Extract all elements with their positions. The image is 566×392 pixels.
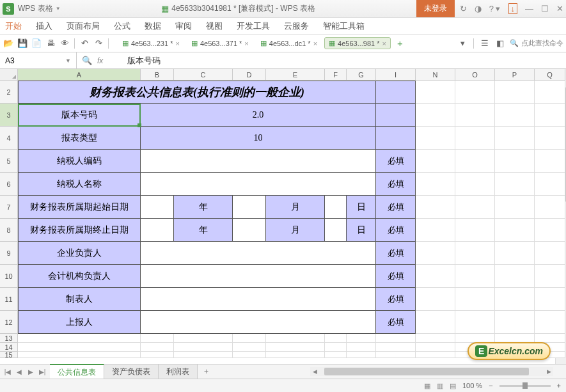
cell[interactable] (535, 173, 565, 196)
close-icon[interactable]: × (244, 40, 248, 47)
cell[interactable] (495, 334, 535, 343)
cell[interactable] (495, 219, 535, 242)
close-icon[interactable]: × (175, 40, 179, 47)
cell[interactable] (233, 219, 266, 242)
cell[interactable] (535, 265, 565, 288)
view-normal-icon[interactable]: ▦ (424, 382, 430, 390)
row-header[interactable]: 11 (0, 288, 18, 311)
cell[interactable] (535, 242, 565, 265)
cell[interactable] (376, 343, 416, 352)
column-header[interactable]: N (416, 69, 455, 81)
cell[interactable] (416, 127, 455, 150)
cell[interactable] (535, 127, 565, 150)
cell[interactable] (347, 334, 376, 343)
cell[interactable] (174, 343, 233, 352)
cell[interactable] (141, 242, 376, 265)
save-icon[interactable]: 💾 (17, 38, 28, 49)
doc-tab-4[interactable]: ▦4e563...981 *× (324, 37, 391, 49)
cell[interactable] (141, 173, 376, 196)
minimize-button[interactable]: — (525, 4, 533, 13)
horizontal-scrollbar[interactable]: ◀ ▶ (310, 367, 553, 376)
sync-icon[interactable]: ↻ (460, 4, 467, 13)
menu-page-layout[interactable]: 页面布局 (67, 20, 100, 32)
cell[interactable] (325, 343, 347, 352)
next-sheet-button[interactable]: ▶ (26, 368, 36, 375)
row-header[interactable]: 6 (0, 173, 18, 196)
cell[interactable] (416, 288, 455, 311)
add-sheet-button[interactable]: + (198, 367, 215, 376)
cell[interactable] (455, 311, 495, 334)
cell[interactable] (495, 265, 535, 288)
cell[interactable]: 日 (347, 196, 376, 219)
row-header[interactable]: 3 (0, 104, 18, 127)
cell[interactable] (416, 311, 455, 334)
scroll-thumb[interactable] (324, 368, 529, 375)
cell[interactable] (233, 343, 266, 352)
cell[interactable] (455, 265, 495, 288)
cell[interactable] (455, 150, 495, 173)
cell[interactable]: 日 (347, 219, 376, 242)
column-header[interactable]: B (141, 69, 174, 81)
cell[interactable]: 财务报表所属期起始日期 (18, 196, 141, 219)
column-header[interactable]: G (347, 69, 376, 81)
cell[interactable] (376, 334, 416, 343)
cell[interactable]: 必填 (376, 196, 416, 219)
doc-tab-2[interactable]: ▦4e563...371 *× (187, 37, 253, 49)
formula-value[interactable]: 版本号码 (127, 55, 161, 67)
sheet-tab-profit[interactable]: 利润表 (159, 365, 198, 379)
close-icon[interactable]: × (313, 40, 317, 47)
menu-review[interactable]: 审阅 (175, 20, 192, 32)
cell[interactable] (325, 219, 347, 242)
cell[interactable] (495, 242, 535, 265)
menu-insert[interactable]: 插入 (36, 20, 52, 32)
scroll-left-icon[interactable]: ◀ (310, 368, 319, 375)
cell[interactable] (347, 343, 376, 352)
cell[interactable] (141, 196, 174, 219)
select-all-corner[interactable] (0, 69, 18, 81)
cell[interactable]: 年 (174, 196, 233, 219)
cell[interactable] (376, 104, 416, 127)
row-header[interactable]: 4 (0, 127, 18, 150)
cell[interactable] (535, 334, 565, 343)
cell[interactable] (535, 311, 565, 334)
cell[interactable]: 2.0 (141, 104, 376, 127)
cell[interactable] (141, 352, 174, 358)
search-icon[interactable]: 🔍 (82, 56, 92, 65)
cell[interactable] (325, 352, 347, 358)
row-header[interactable]: 8 (0, 219, 18, 242)
cell[interactable] (416, 219, 455, 242)
cell[interactable] (495, 173, 535, 196)
cell[interactable] (495, 311, 535, 334)
help-icon[interactable]: ? ▾ (489, 4, 501, 13)
cell[interactable] (141, 265, 376, 288)
cell[interactable] (495, 81, 535, 104)
undo-icon[interactable]: ↶ (79, 38, 90, 49)
cell[interactable] (233, 196, 266, 219)
cell[interactable]: 财务报表公共信息表(执行准则的一般企业) (18, 81, 376, 104)
cell[interactable]: 必填 (376, 288, 416, 311)
column-header[interactable]: A (18, 69, 141, 81)
zoom-in-button[interactable]: + (557, 382, 561, 389)
doc-tab-3[interactable]: ▦4e563...dc1 *× (256, 37, 322, 49)
cell[interactable] (455, 127, 495, 150)
app-menu-dropdown[interactable]: ▼ (56, 6, 61, 12)
cell[interactable] (416, 334, 455, 343)
cell[interactable] (416, 196, 455, 219)
cell[interactable] (535, 104, 565, 127)
doc-tab-1[interactable]: ▦4e563...231 *× (118, 37, 184, 49)
cell[interactable] (174, 334, 233, 343)
cell[interactable] (535, 150, 565, 173)
cell[interactable] (455, 173, 495, 196)
menu-view[interactable]: 视图 (206, 20, 223, 32)
close-icon[interactable]: × (382, 40, 386, 47)
sheet-tab-balance[interactable]: 资产负债表 (104, 365, 159, 379)
column-header[interactable]: O (455, 69, 495, 81)
cell[interactable] (455, 288, 495, 311)
cell[interactable] (141, 150, 376, 173)
cell[interactable]: 年 (174, 219, 233, 242)
row-header[interactable]: 10 (0, 265, 18, 288)
cell[interactable] (416, 352, 455, 358)
cell[interactable] (495, 127, 535, 150)
cell[interactable] (455, 196, 495, 219)
cell[interactable] (455, 334, 495, 343)
